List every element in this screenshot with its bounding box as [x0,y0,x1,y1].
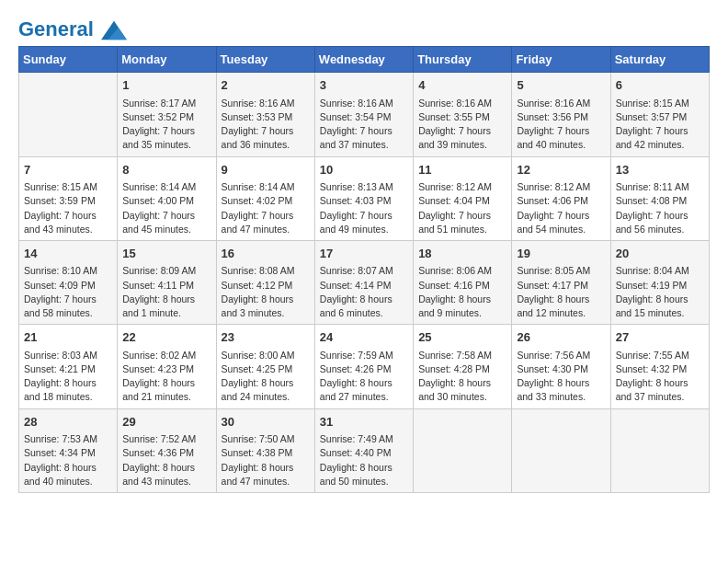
day-info: Sunrise: 7:59 AMSunset: 4:26 PMDaylight:… [320,349,408,405]
calendar-cell: 16Sunrise: 8:08 AMSunset: 4:12 PMDayligh… [216,240,314,324]
day-header-friday: Friday [512,47,610,73]
logo-icon [101,20,127,40]
day-info: Sunrise: 7:52 AMSunset: 4:36 PMDaylight:… [122,432,210,488]
day-number: 11 [418,161,506,179]
day-info: Sunrise: 8:13 AMSunset: 4:03 PMDaylight:… [320,180,408,236]
day-number: 19 [517,245,605,263]
calendar-cell: 2Sunrise: 8:16 AMSunset: 3:53 PMDaylight… [216,73,314,156]
logo: General [18,18,127,37]
calendar-cell: 3Sunrise: 8:16 AMSunset: 3:54 PMDaylight… [314,73,413,156]
calendar-cell: 19Sunrise: 8:05 AMSunset: 4:17 PMDayligh… [512,240,610,324]
day-number: 17 [320,245,408,263]
calendar-header: SundayMondayTuesdayWednesdayThursdayFrid… [19,47,710,73]
calendar-cell: 26Sunrise: 7:56 AMSunset: 4:30 PMDayligh… [512,325,610,408]
day-info: Sunrise: 7:49 AMSunset: 4:40 PMDaylight:… [320,432,408,488]
calendar-cell: 8Sunrise: 8:14 AMSunset: 4:00 PMDaylight… [118,156,216,240]
calendar-cell [19,73,118,156]
day-info: Sunrise: 7:55 AMSunset: 4:32 PMDaylight:… [616,349,704,405]
day-info: Sunrise: 8:12 AMSunset: 4:04 PMDaylight:… [418,180,506,236]
calendar-cell: 15Sunrise: 8:09 AMSunset: 4:11 PMDayligh… [118,240,216,324]
day-number: 1 [122,76,210,95]
calendar-cell: 20Sunrise: 8:04 AMSunset: 4:19 PMDayligh… [610,240,709,324]
day-number: 28 [24,413,112,431]
day-number: 31 [320,413,408,431]
day-info: Sunrise: 7:58 AMSunset: 4:28 PMDaylight:… [418,349,506,405]
days-of-week-row: SundayMondayTuesdayWednesdayThursdayFrid… [19,47,710,73]
calendar-cell: 14Sunrise: 8:10 AMSunset: 4:09 PMDayligh… [19,240,118,324]
day-info: Sunrise: 8:16 AMSunset: 3:54 PMDaylight:… [320,97,408,153]
day-info: Sunrise: 8:14 AMSunset: 4:02 PMDaylight:… [222,180,310,236]
page-header: General [18,18,710,37]
day-info: Sunrise: 8:12 AMSunset: 4:06 PMDaylight:… [517,180,605,236]
week-row-3: 14Sunrise: 8:10 AMSunset: 4:09 PMDayligh… [19,240,710,324]
day-number: 25 [418,328,506,347]
day-info: Sunrise: 8:16 AMSunset: 3:55 PMDaylight:… [418,97,506,153]
calendar-cell: 23Sunrise: 8:00 AMSunset: 4:25 PMDayligh… [216,325,314,408]
day-header-monday: Monday [118,47,216,73]
day-number: 23 [222,328,310,347]
day-header-sunday: Sunday [19,47,118,73]
day-number: 27 [616,328,704,347]
week-row-1: 1Sunrise: 8:17 AMSunset: 3:52 PMDaylight… [19,73,710,156]
day-number: 6 [616,76,704,95]
calendar-cell: 21Sunrise: 8:03 AMSunset: 4:21 PMDayligh… [19,325,118,408]
day-info: Sunrise: 8:10 AMSunset: 4:09 PMDaylight:… [24,264,112,320]
day-header-thursday: Thursday [414,47,512,73]
day-number: 5 [517,76,605,95]
day-number: 20 [616,245,704,263]
calendar-cell: 4Sunrise: 8:16 AMSunset: 3:55 PMDaylight… [414,73,512,156]
calendar-cell: 28Sunrise: 7:53 AMSunset: 4:34 PMDayligh… [19,408,118,492]
day-header-wednesday: Wednesday [314,47,413,73]
day-header-tuesday: Tuesday [216,47,314,73]
week-row-4: 21Sunrise: 8:03 AMSunset: 4:21 PMDayligh… [19,325,710,408]
day-number: 26 [517,328,605,347]
calendar-cell [512,408,610,492]
day-number: 13 [616,161,704,179]
day-info: Sunrise: 8:09 AMSunset: 4:11 PMDaylight:… [122,264,210,320]
day-number: 10 [320,161,408,179]
day-number: 21 [24,328,112,347]
calendar-cell: 5Sunrise: 8:16 AMSunset: 3:56 PMDaylight… [512,73,610,156]
day-info: Sunrise: 8:11 AMSunset: 4:08 PMDaylight:… [616,180,704,236]
day-number: 3 [320,76,408,95]
day-info: Sunrise: 8:14 AMSunset: 4:00 PMDaylight:… [122,180,210,236]
day-info: Sunrise: 7:50 AMSunset: 4:38 PMDaylight:… [222,432,310,488]
calendar-cell: 13Sunrise: 8:11 AMSunset: 4:08 PMDayligh… [610,156,709,240]
day-info: Sunrise: 8:16 AMSunset: 3:53 PMDaylight:… [222,97,310,153]
day-info: Sunrise: 7:56 AMSunset: 4:30 PMDaylight:… [517,349,605,405]
calendar-cell: 27Sunrise: 7:55 AMSunset: 4:32 PMDayligh… [610,325,709,408]
day-number: 8 [122,161,210,179]
day-info: Sunrise: 8:00 AMSunset: 4:25 PMDaylight:… [222,349,310,405]
calendar-cell: 25Sunrise: 7:58 AMSunset: 4:28 PMDayligh… [414,325,512,408]
day-info: Sunrise: 8:08 AMSunset: 4:12 PMDaylight:… [222,264,310,320]
calendar-cell: 1Sunrise: 8:17 AMSunset: 3:52 PMDaylight… [118,73,216,156]
day-info: Sunrise: 8:15 AMSunset: 3:59 PMDaylight:… [24,180,112,236]
day-info: Sunrise: 8:17 AMSunset: 3:52 PMDaylight:… [122,97,210,153]
day-number: 9 [222,161,310,179]
day-number: 24 [320,328,408,347]
day-info: Sunrise: 8:05 AMSunset: 4:17 PMDaylight:… [517,264,605,320]
day-info: Sunrise: 8:16 AMSunset: 3:56 PMDaylight:… [517,97,605,153]
day-info: Sunrise: 8:02 AMSunset: 4:23 PMDaylight:… [122,349,210,405]
day-info: Sunrise: 8:03 AMSunset: 4:21 PMDaylight:… [24,349,112,405]
calendar-cell: 6Sunrise: 8:15 AMSunset: 3:57 PMDaylight… [610,73,709,156]
day-number: 16 [222,245,310,263]
day-number: 18 [418,245,506,263]
week-row-5: 28Sunrise: 7:53 AMSunset: 4:34 PMDayligh… [19,408,710,492]
calendar-body: 1Sunrise: 8:17 AMSunset: 3:52 PMDaylight… [19,73,710,493]
calendar-cell: 10Sunrise: 8:13 AMSunset: 4:03 PMDayligh… [314,156,413,240]
day-info: Sunrise: 8:04 AMSunset: 4:19 PMDaylight:… [616,264,704,320]
calendar-cell: 18Sunrise: 8:06 AMSunset: 4:16 PMDayligh… [414,240,512,324]
calendar-cell: 30Sunrise: 7:50 AMSunset: 4:38 PMDayligh… [216,408,314,492]
day-header-saturday: Saturday [610,47,709,73]
day-number: 15 [122,245,210,263]
day-info: Sunrise: 8:06 AMSunset: 4:16 PMDaylight:… [418,264,506,320]
week-row-2: 7Sunrise: 8:15 AMSunset: 3:59 PMDaylight… [19,156,710,240]
day-number: 12 [517,161,605,179]
day-info: Sunrise: 8:07 AMSunset: 4:14 PMDaylight:… [320,264,408,320]
calendar-cell: 7Sunrise: 8:15 AMSunset: 3:59 PMDaylight… [19,156,118,240]
day-number: 30 [222,413,310,431]
calendar-cell: 12Sunrise: 8:12 AMSunset: 4:06 PMDayligh… [512,156,610,240]
calendar-cell: 31Sunrise: 7:49 AMSunset: 4:40 PMDayligh… [314,408,413,492]
calendar-cell [610,408,709,492]
